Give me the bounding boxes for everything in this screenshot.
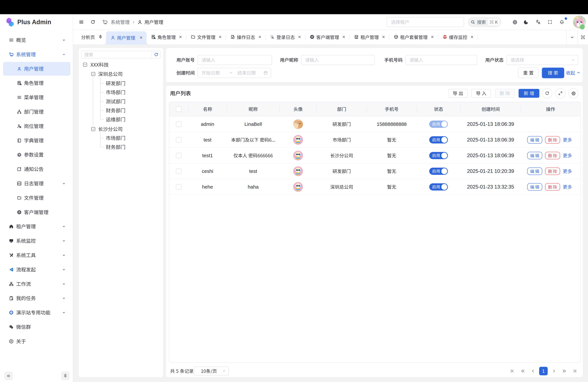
svg-text:DEV: DEV bbox=[18, 183, 21, 185]
